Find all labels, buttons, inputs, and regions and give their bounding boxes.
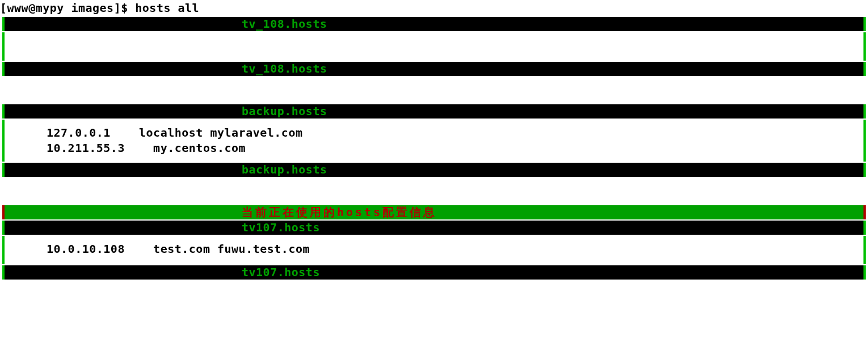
section-footer-label: tv_108.hosts xyxy=(242,62,327,76)
section-header-bar: tv107.hosts xyxy=(2,221,866,235)
section-header-bar: tv_108.hosts xyxy=(2,17,866,31)
section-footer-bar: tv_108.hosts xyxy=(2,62,866,76)
hosts-entry: 10.211.55.3 my.centos.com xyxy=(47,141,863,156)
section-content: 127.0.0.1 localhost mylaravel.com 10.211… xyxy=(2,120,866,162)
section-header-label: backup.hosts xyxy=(242,104,327,119)
hosts-entry: 127.0.0.1 localhost mylaravel.com xyxy=(47,125,863,141)
hosts-section: tv_108.hosts tv_108.hosts xyxy=(0,17,868,76)
section-content: 10.0.10.108 test.com fuwu.test.com xyxy=(2,236,866,264)
section-header-label: tv_108.hosts xyxy=(242,17,327,31)
section-footer-bar: backup.hosts xyxy=(2,163,866,177)
shell-prompt: [www@mypy images]$ hosts all xyxy=(0,0,868,16)
section-header-label: tv107.hosts xyxy=(242,221,320,235)
section-header-bar: backup.hosts xyxy=(2,104,866,119)
section-footer-bar: tv107.hosts xyxy=(2,265,866,280)
section-footer-label: tv107.hosts xyxy=(242,265,320,280)
hosts-section: 当前正在使用的hosts配置信息 tv107.hosts 10.0.10.108… xyxy=(0,205,868,280)
hosts-entry: 10.0.10.108 test.com fuwu.test.com xyxy=(47,242,863,257)
section-footer-label: backup.hosts xyxy=(242,163,327,177)
current-config-label: 当前正在使用的hosts配置信息 xyxy=(242,205,437,219)
current-config-banner: 当前正在使用的hosts配置信息 xyxy=(2,205,866,219)
hosts-section: backup.hosts 127.0.0.1 localhost mylarav… xyxy=(0,104,868,177)
section-content xyxy=(2,32,866,61)
